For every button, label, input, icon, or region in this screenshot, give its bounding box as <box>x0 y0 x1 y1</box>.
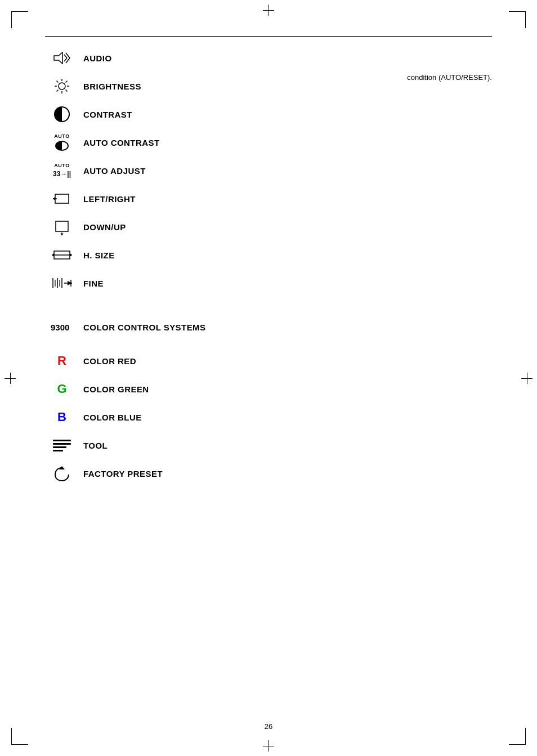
svg-point-5 <box>59 83 65 90</box>
color-green-icon: G <box>45 382 79 396</box>
crosshair-top <box>263 5 274 16</box>
color-blue-icon: B <box>45 410 79 424</box>
color-green-label: COLOR GREEN <box>83 384 149 394</box>
tool-icon <box>45 440 79 451</box>
color-systems-icon: 9300 <box>45 321 79 333</box>
list-item: CONTRAST <box>45 104 492 124</box>
audio-label: AUDIO <box>83 53 112 63</box>
list-item: B COLOR BLUE <box>45 407 492 427</box>
color-red-label: COLOR RED <box>83 356 136 366</box>
fine-label: FINE <box>83 279 104 288</box>
fine-icon <box>45 277 79 289</box>
down-up-icon <box>45 218 79 235</box>
list-item: LEFT/RIGHT <box>45 189 492 209</box>
left-right-icon <box>45 191 79 206</box>
list-item: H. SIZE <box>45 245 492 265</box>
svg-line-10 <box>57 81 59 83</box>
auto-contrast-icon: AUTO <box>45 134 79 151</box>
section-spacer <box>45 301 492 310</box>
svg-line-1 <box>64 55 67 58</box>
list-item: TOOL <box>45 435 492 455</box>
left-right-label: LEFT/RIGHT <box>83 194 136 204</box>
h-size-label: H. SIZE <box>83 250 115 260</box>
list-item: DOWN/UP <box>45 217 492 237</box>
tool-line-4 <box>53 450 63 451</box>
brightness-icon <box>45 78 79 94</box>
svg-marker-0 <box>54 52 62 64</box>
svg-rect-15 <box>55 194 69 203</box>
list-item: FACTORY PRESET <box>45 463 492 484</box>
list-item: 9300 COLOR CONTROL SYSTEMS <box>45 317 492 337</box>
g-letter-icon: G <box>57 382 66 396</box>
color-systems-label: COLOR CONTROL SYSTEMS <box>83 323 206 332</box>
auto-adjust-label: AUTO ADJUST <box>83 166 146 176</box>
right-note: condition (AUTO/RESET). <box>407 73 492 82</box>
r-letter-icon: R <box>57 354 66 368</box>
factory-preset-label: FACTORY PRESET <box>83 469 163 478</box>
tool-line-1 <box>53 440 71 441</box>
b-letter-icon: B <box>57 410 66 424</box>
audio-icon <box>45 52 79 64</box>
h-size-icon <box>45 249 79 261</box>
menu-list: AUDIO BRIGHTNESS <box>45 48 492 484</box>
svg-marker-17 <box>53 197 55 200</box>
tool-label: TOOL <box>83 441 108 450</box>
auto-adjust-icon: AUTO 33→|| <box>45 163 79 178</box>
list-item: AUDIO <box>45 48 492 68</box>
auto-contrast-label: AUTO CONTRAST <box>83 138 160 147</box>
spacer <box>45 345 492 351</box>
svg-line-13 <box>57 90 59 92</box>
list-item: AUTO AUTO CONTRAST <box>45 132 492 153</box>
tool-line-2 <box>53 443 71 445</box>
svg-line-12 <box>66 81 68 83</box>
corner-mark-tl <box>11 11 28 28</box>
corner-mark-tr <box>509 11 526 28</box>
svg-text:33→||: 33→|| <box>53 170 71 178</box>
page: condition (AUTO/RESET). AUDIO <box>0 0 537 756</box>
page-number: 26 <box>265 722 272 731</box>
svg-marker-31 <box>68 281 72 285</box>
contrast-label: CONTRAST <box>83 110 132 119</box>
list-item: R COLOR RED <box>45 351 492 371</box>
corner-mark-bl <box>11 728 28 745</box>
corner-mark-br <box>509 728 526 745</box>
crosshair-left <box>5 373 16 384</box>
brightness-label: BRIGHTNESS <box>83 82 141 91</box>
list-item: AUTO 33→|| AUTO ADJUST <box>45 160 492 181</box>
svg-marker-24 <box>70 253 72 257</box>
top-divider <box>45 36 492 37</box>
crosshair-bottom <box>263 740 274 751</box>
crosshair-right <box>521 373 532 384</box>
svg-line-2 <box>64 58 67 61</box>
list-item: G COLOR GREEN <box>45 379 492 399</box>
color-red-icon: R <box>45 354 79 368</box>
tool-line-3 <box>53 446 66 448</box>
factory-preset-icon <box>45 465 79 482</box>
list-item: FINE <box>45 273 492 293</box>
contrast-icon <box>45 106 79 122</box>
svg-rect-18 <box>56 221 68 231</box>
svg-marker-23 <box>52 253 54 257</box>
svg-line-11 <box>66 90 68 92</box>
svg-text:9300: 9300 <box>51 323 69 332</box>
svg-marker-20 <box>60 234 64 235</box>
color-blue-label: COLOR BLUE <box>83 413 142 422</box>
down-up-label: DOWN/UP <box>83 222 126 232</box>
